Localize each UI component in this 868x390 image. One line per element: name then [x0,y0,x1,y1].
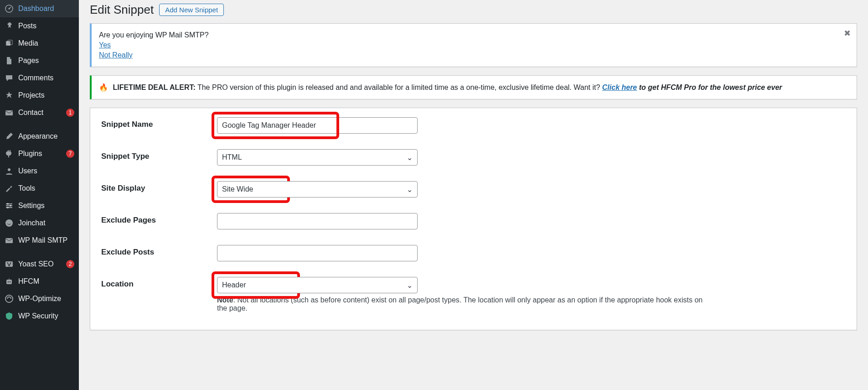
badge: 7 [66,150,74,158]
sidebar-item-label: Media [18,39,74,47]
shield-icon [5,312,14,321]
notice-pro-prefix: LIFETIME DEAL ALERT: [113,83,195,91]
optimize-icon [5,294,14,303]
sidebar-item-hfcm[interactable]: HFCM [0,273,79,290]
row-snippet-type: Snippet Type HTML ⌄ [101,149,846,166]
select-value: Header [222,281,246,289]
click-here-link[interactable]: Click here [602,83,637,91]
comment-icon [5,73,14,83]
snippet-type-select[interactable]: HTML ⌄ [217,149,418,166]
sidebar-item-settings[interactable]: Settings [0,197,79,214]
svg-point-5 [8,168,10,171]
notice-no-link[interactable]: Not Really [99,51,133,59]
sidebar-item-label: Yoast SEO [18,260,63,268]
star-icon [5,91,14,100]
sidebar-item-label: Dashboard [18,5,74,13]
sidebar-item-label: Contact [18,109,63,117]
select-value: Site Wide [222,185,253,193]
sidebar-item-media[interactable]: Media [0,35,79,52]
chevron-down-icon: ⌄ [407,185,413,194]
location-help-text: Note: Not all locations (such as before … [217,296,707,312]
page-title: Edit Snippet [90,3,154,17]
sidebar-item-label: WP Mail SMTP [18,236,74,244]
mail-icon [5,108,14,117]
notice-text: Are you enjoying WP Mail SMTP? [99,31,838,39]
label-site-display: Site Display [101,181,217,193]
sidebar-item-yoast[interactable]: Yoast SEO 2 [0,255,79,273]
plug-icon [5,149,14,158]
sidebar-item-label: Tools [18,184,74,192]
sidebar-item-comments[interactable]: Comments [0,69,79,87]
row-site-display: Site Display Site Wide ⌄ [101,181,846,198]
note-text: : Not all locations (such as before cont… [217,296,703,312]
sidebar-item-plugins[interactable]: Plugins 7 [0,145,79,162]
sidebar-item-wpoptimize[interactable]: WP-Optimize [0,290,79,307]
sidebar-item-projects[interactable]: Projects [0,87,79,104]
notice-pro: 🔥 LIFETIME DEAL ALERT: The PRO version o… [90,75,857,99]
svg-point-13 [8,281,9,282]
sidebar-item-label: WP Security [18,312,74,320]
pin-icon [5,21,14,31]
sidebar-item-wpmailsmtp[interactable]: WP Mail SMTP [0,232,79,249]
sidebar-item-label: Joinchat [18,219,74,227]
add-new-snippet-button[interactable]: Add New Snippet [159,4,224,16]
sidebar-item-wpsecurity[interactable]: WP Security [0,307,79,325]
badge: 2 [66,260,74,268]
pages-icon [5,56,14,65]
chat-icon [5,218,14,228]
notice-pro-mid: The PRO version of this plugin is releas… [196,83,602,91]
notice-smtp: Are you enjoying WP Mail SMTP? Yes Not R… [90,23,857,67]
page-header: Edit Snippet Add New Snippet [90,0,857,23]
svg-point-15 [5,295,13,302]
label-snippet-type: Snippet Type [101,149,217,161]
select-value: HTML [222,153,242,161]
location-select[interactable]: Header ⌄ [217,277,418,293]
notice-pro-suffix: to get HFCM Pro for the lowest price eve… [637,83,782,91]
site-display-select[interactable]: Site Wide ⌄ [217,181,418,198]
sidebar-item-users[interactable]: Users [0,162,79,180]
envelope-icon [5,236,14,245]
media-icon [5,39,14,48]
wrench-icon [5,184,14,193]
robot-icon [5,277,14,286]
svg-point-7 [10,205,11,207]
svg-point-9 [5,219,13,227]
sidebar-item-label: Posts [18,22,74,30]
exclude-posts-input[interactable] [217,245,418,261]
main-content: Edit Snippet Add New Snippet Are you enj… [79,0,868,390]
notice-yes-link[interactable]: Yes [99,41,111,49]
fire-icon: 🔥 [99,83,108,91]
brush-icon [5,132,14,141]
sidebar-item-label: Plugins [18,150,63,158]
row-exclude-pages: Exclude Pages [101,213,846,229]
sidebar-item-dashboard[interactable]: Dashboard [0,0,79,17]
svg-point-14 [10,281,10,282]
sidebar-separator [0,249,79,255]
close-icon[interactable]: ✖ [842,28,852,38]
exclude-pages-input[interactable] [217,213,418,229]
sidebar-item-contact[interactable]: Contact 1 [0,104,79,121]
sidebar-item-pages[interactable]: Pages [0,52,79,69]
label-exclude-pages: Exclude Pages [101,213,217,225]
svg-rect-12 [6,280,12,284]
row-location: Location Header ⌄ Note: Not all location… [101,277,846,312]
svg-point-8 [7,207,9,208]
sidebar-item-label: Appearance [18,132,74,140]
snippet-form-panel: Snippet Name Snippet Type HTML ⌄ Site Di… [90,108,857,330]
svg-point-1 [9,8,10,10]
sidebar-item-tools[interactable]: Tools [0,180,79,197]
sidebar-item-label: Settings [18,202,74,210]
sidebar-item-label: Comments [18,74,74,82]
note-label: Note [217,296,233,304]
sliders-icon [5,201,14,210]
sidebar-item-label: Pages [18,57,74,65]
label-snippet-name: Snippet Name [101,117,217,129]
badge: 1 [66,109,74,117]
row-exclude-posts: Exclude Posts [101,245,846,261]
yoast-icon [5,260,14,269]
sidebar-item-appearance[interactable]: Appearance [0,128,79,145]
sidebar-item-joinchat[interactable]: Joinchat [0,214,79,232]
chevron-down-icon: ⌄ [407,281,413,290]
sidebar-item-posts[interactable]: Posts [0,17,79,35]
user-icon [5,166,14,176]
